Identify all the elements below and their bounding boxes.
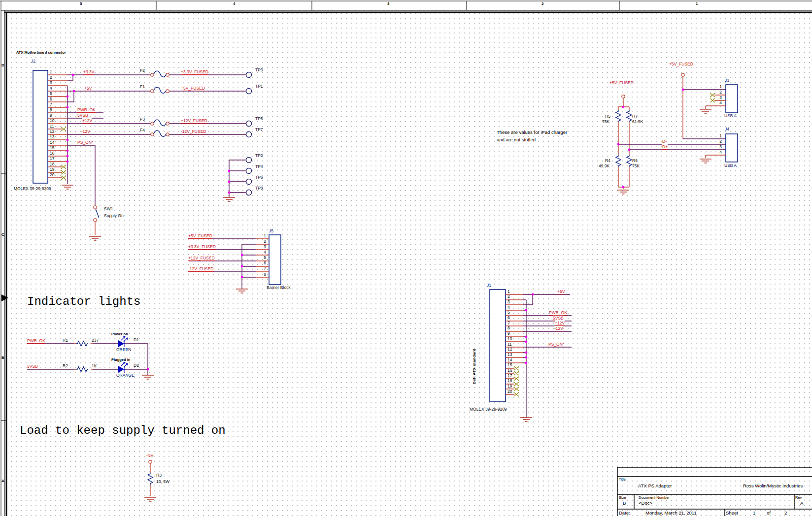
j2-refdes: J2	[31, 59, 35, 64]
zone-column-1: 1	[696, 2, 698, 6]
sheet-center-arrow-icon	[1, 294, 8, 301]
sheet-label: Sheet	[726, 510, 738, 516]
d2-led-icon	[118, 366, 124, 373]
load-resistor[interactable]	[144, 460, 156, 501]
d2-led-arrows-icon	[121, 362, 128, 367]
net-5vsb: 5VSB	[77, 113, 88, 118]
schematic-page: Title ATX PS Adapter Ross Wolin/Mystic I…	[0, 0, 812, 516]
j1-pin-18-number: 18	[508, 379, 512, 383]
tp6-circle	[246, 179, 252, 185]
d1-color: GREEN	[116, 348, 131, 352]
tp5-label: TP5	[255, 117, 263, 121]
tp4-label: TP4	[255, 164, 263, 169]
r3-refdes: R3	[156, 473, 162, 478]
j1-pin-13-number: 13	[508, 353, 512, 357]
fuse-f2[interactable]	[151, 71, 169, 77]
j1-pin-8-number: 8	[508, 326, 510, 330]
j5-connector[interactable]	[189, 235, 281, 293]
j1-pin-20-number: 20	[508, 389, 512, 394]
j5-pin-5-number: 5	[259, 256, 266, 260]
j1-part: MOLEX 39-29-9209	[470, 407, 507, 412]
j3-pin-1-number: 1	[715, 85, 722, 89]
j2-pin-16-number: 16	[50, 151, 54, 156]
j3-pin-4-number: 4	[715, 101, 722, 105]
net-5v-fused: +5V_FUSED	[181, 86, 205, 91]
net-pwr-ok-j1: PWR_OK	[549, 310, 567, 316]
sw1-switch[interactable]	[89, 206, 101, 240]
j5-pin-4-number: 4	[259, 250, 266, 255]
j2-pin-3-number: 3	[50, 81, 52, 85]
j1-pin-15-number: 15	[508, 363, 512, 367]
tp8-label: TP8	[255, 186, 263, 191]
net-5v-j1: +5V	[557, 289, 565, 294]
sw1-refdes: SW1	[104, 207, 113, 211]
j1-pin-5-number: 5	[508, 310, 510, 315]
doc-number-value: <Doc>	[639, 500, 652, 506]
fuse-f4[interactable]	[151, 130, 169, 136]
j2-pin-7-number: 7	[50, 102, 52, 107]
j1-pin-12-number: 12	[508, 347, 512, 352]
j5-pin-6-number: 6	[259, 261, 266, 265]
j2-pin-17-number: 17	[50, 157, 54, 161]
net-5v-fused-div: +5V_FUSED	[609, 81, 634, 85]
net-12v: +12V	[82, 118, 92, 124]
tp2-circle	[246, 158, 252, 163]
r4-value: 49.9K	[599, 164, 609, 168]
j2-pin-15-number: 15	[50, 146, 54, 150]
fuse-f3[interactable]	[151, 120, 169, 126]
j2-pin-13-number: 13	[50, 135, 54, 139]
section-load: Load to keep supply turned on	[20, 424, 226, 437]
net-5v-fused-j5: +5V_FUSED	[188, 233, 212, 239]
d1-note: Power on	[111, 332, 128, 336]
tp-ground-icon	[223, 197, 235, 201]
j1-pin-11-number: 11	[508, 342, 512, 347]
tp8-circle	[246, 190, 252, 195]
sheet-total: 2	[784, 510, 787, 516]
j1-connector[interactable]	[490, 290, 523, 402]
sheet-of-label: of	[767, 510, 771, 516]
j2-pin-18-number: 18	[50, 162, 54, 166]
f1-refdes: F1	[140, 85, 145, 89]
j1-pin-19-number: 19	[508, 384, 512, 388]
tp5-circle	[246, 121, 252, 127]
j2-pin-4-number: 4	[50, 86, 52, 91]
j2-pin-20-number: 20	[50, 173, 54, 177]
r3-value: 10, 5W	[156, 480, 169, 484]
r3-ground-icon	[144, 497, 156, 501]
j1-refdes: J1	[487, 283, 491, 288]
tp3-label: TP3	[255, 68, 263, 72]
title-block-frame	[617, 467, 812, 516]
doc-number-label: Document Number	[639, 495, 670, 500]
net-pwr-ok: PWR_OK	[77, 107, 96, 113]
j2-part: MOLEX 39-29-9209	[14, 187, 51, 191]
section-indicator-lights: Indicator lights	[27, 295, 140, 308]
document-author: Ross Wolin/Mystic Industries	[743, 483, 803, 488]
sw1-ground-icon	[89, 236, 101, 240]
r2-value: 1K	[92, 364, 97, 368]
zone-row-C: C	[1, 233, 4, 237]
j5-pin-7-number: 7	[259, 266, 266, 271]
f3-refdes: F3	[140, 117, 145, 122]
zone-column-2: 2	[541, 2, 543, 6]
tp2-label: TP2	[255, 154, 263, 158]
size-value: B	[623, 500, 626, 506]
r5-value: 75K	[602, 120, 609, 124]
net-pwr-ok-led: PWR_OK	[27, 338, 45, 344]
net-neg12v-j1: -12V	[554, 326, 563, 331]
date-label: Date:	[619, 510, 630, 516]
test-points[interactable]	[223, 72, 252, 202]
j1-pin-7-number: 7	[508, 321, 510, 325]
j1-ground-icon	[520, 418, 532, 421]
fuse-f1[interactable]	[151, 87, 169, 93]
tp1-label: TP1	[255, 84, 263, 89]
j1-pin-17-number: 17	[508, 374, 512, 378]
date-value: Monday, March 21, 2011	[645, 510, 697, 516]
j3-refdes: J3	[725, 78, 729, 83]
net-3v3: +3.3V	[83, 69, 94, 75]
j2-pin-14-number: 14	[50, 140, 54, 145]
j5-ground-icon	[236, 289, 248, 293]
net-3v3-fused-j5: +3.3V_FUSED	[188, 244, 216, 250]
sheet-number: 1	[753, 510, 755, 516]
plus5v-fused-power-icon	[622, 95, 625, 98]
indicator-leds[interactable]	[27, 336, 154, 379]
